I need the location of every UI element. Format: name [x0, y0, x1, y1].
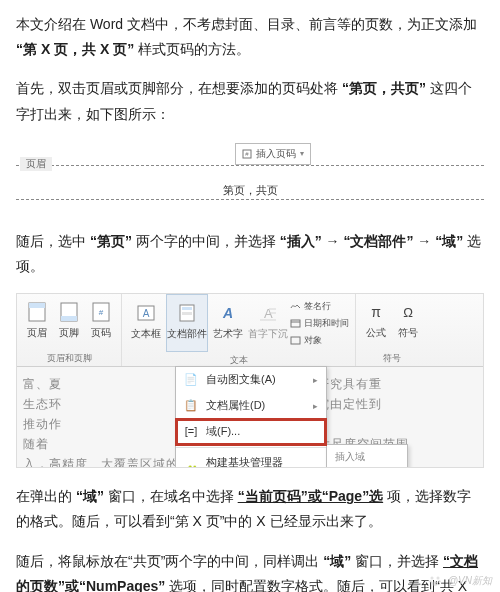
ribbon-equation-button[interactable]: π 公式 — [360, 294, 392, 350]
equation-icon: π — [366, 302, 386, 322]
ribbon-dropcap-button[interactable]: A 首字下沉 — [248, 295, 288, 351]
menu-autotext[interactable]: 📄 自动图文集(A) ▸ — [176, 367, 326, 393]
intro-paragraph: 本文介绍在 Word 文档中，不考虑封面、目录、前言等的页数，为正文添加 “第 … — [16, 12, 484, 62]
ribbon-pagenum-label: 页码 — [91, 324, 111, 342]
svg-rect-11 — [182, 307, 192, 310]
ribbon-textbox-button[interactable]: A 文本框 — [126, 295, 166, 351]
ribbon-footer-button[interactable]: 页脚 — [53, 294, 85, 350]
menu-docprops[interactable]: 📋 文档属性(D) ▸ — [176, 393, 326, 419]
p2-text-a: 首先，双击页眉或页脚部分，在想要添加的页码处将 — [16, 80, 338, 96]
header-area-label: 页眉 — [20, 157, 52, 171]
svg-point-23 — [430, 577, 433, 580]
object-icon — [290, 336, 301, 345]
p4a: 在弹出的 — [16, 488, 72, 504]
ribbon-group-text: A 文本框 文档部件 A 艺术字 A 首字下沉 — [122, 294, 356, 366]
p3d: “插入” — [280, 233, 322, 249]
p3f: “域” — [435, 233, 463, 249]
dropcap-icon: A — [258, 303, 278, 323]
p3arrow1: → — [326, 233, 340, 249]
ribbon-datetime-button[interactable]: 日期和时间 — [290, 315, 349, 331]
field-submenu: 插入域 插入域 — [326, 444, 408, 468]
paw-icon — [428, 574, 442, 588]
header-dashed-line-bottom — [16, 199, 484, 200]
p5a: 随后，将鼠标放在“共页”两个字的中间，同样调出 — [16, 553, 319, 569]
pagenum-icon: # — [92, 302, 110, 322]
p3b: “第页” — [90, 233, 132, 249]
ribbon-textbox-label: 文本框 — [131, 325, 161, 343]
ribbon-object-button[interactable]: 对象 — [290, 332, 349, 348]
ribbon-symbol-label: 符号 — [398, 324, 418, 342]
svg-rect-18 — [291, 320, 300, 327]
svg-text:Ω: Ω — [403, 305, 413, 320]
p5c: 窗口，并选择 — [355, 553, 439, 569]
menu-field-label: 域(F)... — [206, 422, 240, 442]
p3a: 随后，选中 — [16, 233, 86, 249]
menu-field[interactable]: [=] 域(F)... — [176, 419, 326, 445]
ribbon-footer-label: 页脚 — [59, 324, 79, 342]
svg-point-25 — [429, 580, 431, 582]
chevron-right-icon: ▸ — [313, 398, 318, 414]
svg-rect-20 — [291, 337, 300, 344]
textbox-icon: A — [136, 303, 156, 323]
chevron-right-icon: ▸ — [313, 464, 318, 468]
ribbon-equation-label: 公式 — [366, 324, 386, 342]
docparts-menu: 📄 自动图文集(A) ▸ 📋 文档属性(D) ▸ [=] 域(F)... 🧩 构… — [175, 366, 327, 468]
svg-text:#: # — [246, 151, 250, 157]
header-icon — [28, 302, 46, 322]
docparts-icon — [177, 303, 197, 323]
ribbon-object-label: 对象 — [304, 332, 322, 348]
step3-paragraph: 在弹出的 “域” 窗口，在域名中选择 “当前页码”或“Page”选 项，选择数字… — [16, 484, 484, 534]
chevron-right-icon: ▸ — [313, 372, 318, 388]
page-number-icon: # — [242, 149, 252, 159]
submenu-insert-field-label: 插入域 — [335, 448, 365, 466]
footer-icon — [60, 302, 78, 322]
menu-building-blocks[interactable]: 🧩 构建基块管理器(B)... ▸ — [176, 450, 326, 469]
submenu-insert-field[interactable]: 插入域 — [327, 445, 407, 468]
ribbon-wordart-label: 艺术字 — [213, 325, 243, 343]
p1-text-c: 样式页码的方法。 — [138, 41, 250, 57]
p1-text-a: 本文介绍在 Word 文档中，不考虑封面、目录、前言等的页数，为正文添加 — [16, 16, 477, 32]
buildingblocks-icon: 🧩 — [184, 462, 198, 468]
ribbon-group-headerfooter: 页眉 页脚 # 页码 页眉和页脚 — [17, 294, 122, 366]
p3c: 两个字的中间，并选择 — [136, 233, 276, 249]
ribbon-header-button[interactable]: 页眉 — [21, 294, 53, 350]
step4-paragraph: 随后，将鼠标放在“共页”两个字的中间，同样调出 “域” 窗口，并选择 “文档的页… — [16, 549, 484, 593]
wordart-icon: A — [218, 303, 238, 323]
ribbon-pagenum-button[interactable]: # 页码 — [85, 294, 117, 350]
autotext-icon: 📄 — [184, 370, 198, 390]
svg-text:#: # — [99, 308, 104, 317]
p4d: “当前页码”或“Page”选 — [238, 488, 383, 504]
ribbon-text-stack: 签名行 日期和时间 对象 — [288, 296, 351, 351]
ribbon-wordart-button[interactable]: A 艺术字 — [208, 295, 248, 351]
ribbon-group-headerfooter-label: 页眉和页脚 — [21, 350, 117, 368]
p3e: “文档部件” — [343, 233, 413, 249]
insert-page-number-label: 插入页码 — [256, 145, 296, 163]
menu-autotext-label: 自动图文集(A) — [206, 370, 276, 390]
header-dashed-line-top — [16, 165, 484, 166]
p2-bold: “第页，共页” — [342, 80, 426, 96]
insert-page-number-button[interactable]: # 插入页码 ▾ — [235, 143, 311, 165]
ribbon-docparts-button[interactable]: 文档部件 — [166, 294, 208, 352]
watermark-text: @VN新知 — [448, 572, 492, 590]
docprops-icon: 📋 — [184, 396, 198, 416]
ribbon-sigline-button[interactable]: 签名行 — [290, 298, 349, 314]
field-icon: [=] — [184, 422, 198, 442]
svg-point-26 — [438, 580, 440, 582]
svg-text:A: A — [143, 308, 150, 319]
ribbon-symbol-button[interactable]: Ω 符号 — [392, 294, 424, 350]
ribbon-sigline-label: 签名行 — [304, 298, 331, 314]
svg-point-24 — [436, 577, 439, 580]
menu-building-blocks-label: 构建基块管理器(B)... — [206, 453, 305, 469]
ribbon-header-label: 页眉 — [27, 324, 47, 342]
sigline-icon — [290, 301, 301, 310]
watermark: @VN新知 — [428, 572, 492, 590]
symbol-icon: Ω — [398, 302, 418, 322]
figure-word-ribbon: 页眉 页脚 # 页码 页眉和页脚 A 文本框 — [16, 293, 484, 468]
svg-point-27 — [432, 581, 438, 586]
p4c: 窗口，在域名中选择 — [108, 488, 234, 504]
datetime-icon — [290, 319, 301, 328]
figure-header-footer: # 插入页码 ▾ 页眉 第页，共页 — [16, 141, 484, 211]
chevron-down-icon: ▾ — [300, 147, 304, 161]
header-placeholder-text: 第页，共页 — [223, 181, 278, 201]
svg-rect-12 — [182, 312, 192, 315]
